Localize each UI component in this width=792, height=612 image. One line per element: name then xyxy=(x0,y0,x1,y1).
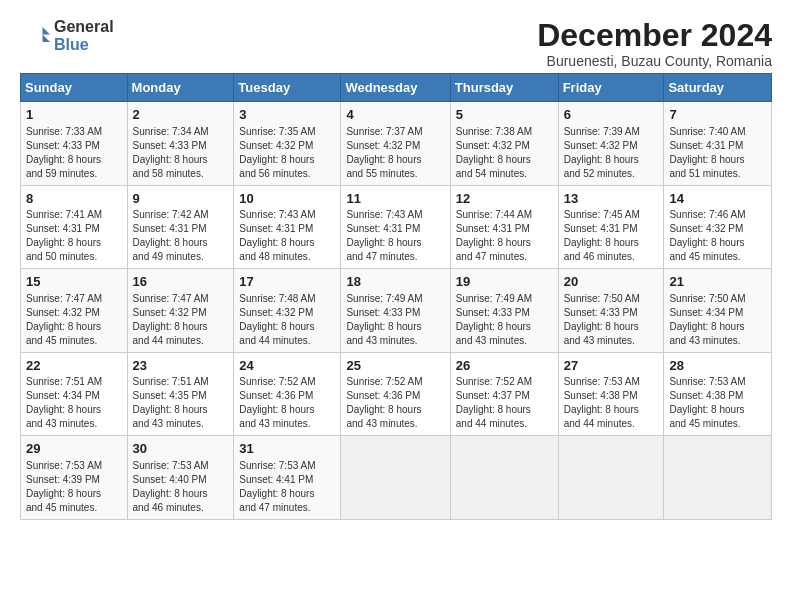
day-info: Sunrise: 7:38 AM Sunset: 4:32 PM Dayligh… xyxy=(456,125,554,181)
svg-marker-1 xyxy=(43,34,51,42)
calendar-cell: 28Sunrise: 7:53 AM Sunset: 4:38 PM Dayli… xyxy=(664,352,772,436)
day-number: 31 xyxy=(239,440,336,458)
calendar-cell: 12Sunrise: 7:44 AM Sunset: 4:31 PM Dayli… xyxy=(450,185,558,269)
day-info: Sunrise: 7:34 AM Sunset: 4:33 PM Dayligh… xyxy=(133,125,230,181)
calendar-cell: 1Sunrise: 7:33 AM Sunset: 4:33 PM Daylig… xyxy=(21,102,128,186)
day-info: Sunrise: 7:53 AM Sunset: 4:41 PM Dayligh… xyxy=(239,459,336,515)
calendar-week-4: 22Sunrise: 7:51 AM Sunset: 4:34 PM Dayli… xyxy=(21,352,772,436)
day-info: Sunrise: 7:47 AM Sunset: 4:32 PM Dayligh… xyxy=(133,292,230,348)
day-number: 24 xyxy=(239,357,336,375)
day-info: Sunrise: 7:47 AM Sunset: 4:32 PM Dayligh… xyxy=(26,292,123,348)
day-number: 26 xyxy=(456,357,554,375)
day-number: 30 xyxy=(133,440,230,458)
calendar-cell: 3Sunrise: 7:35 AM Sunset: 4:32 PM Daylig… xyxy=(234,102,341,186)
day-info: Sunrise: 7:39 AM Sunset: 4:32 PM Dayligh… xyxy=(564,125,660,181)
day-number: 7 xyxy=(669,106,767,124)
calendar-cell: 22Sunrise: 7:51 AM Sunset: 4:34 PM Dayli… xyxy=(21,352,128,436)
day-number: 6 xyxy=(564,106,660,124)
day-number: 10 xyxy=(239,190,336,208)
calendar-cell: 23Sunrise: 7:51 AM Sunset: 4:35 PM Dayli… xyxy=(127,352,234,436)
day-info: Sunrise: 7:52 AM Sunset: 4:37 PM Dayligh… xyxy=(456,375,554,431)
calendar-cell: 21Sunrise: 7:50 AM Sunset: 4:34 PM Dayli… xyxy=(664,269,772,353)
day-info: Sunrise: 7:48 AM Sunset: 4:32 PM Dayligh… xyxy=(239,292,336,348)
calendar-cell: 5Sunrise: 7:38 AM Sunset: 4:32 PM Daylig… xyxy=(450,102,558,186)
calendar-cell: 25Sunrise: 7:52 AM Sunset: 4:36 PM Dayli… xyxy=(341,352,450,436)
col-friday: Friday xyxy=(558,74,664,102)
day-number: 28 xyxy=(669,357,767,375)
calendar-table: Sunday Monday Tuesday Wednesday Thursday… xyxy=(20,73,772,520)
calendar-cell xyxy=(664,436,772,520)
day-info: Sunrise: 7:51 AM Sunset: 4:35 PM Dayligh… xyxy=(133,375,230,431)
svg-marker-0 xyxy=(43,27,51,35)
title-block: December 2024 Buruenesti, Buzau County, … xyxy=(537,18,772,69)
calendar-week-3: 15Sunrise: 7:47 AM Sunset: 4:32 PM Dayli… xyxy=(21,269,772,353)
calendar-cell: 10Sunrise: 7:43 AM Sunset: 4:31 PM Dayli… xyxy=(234,185,341,269)
day-number: 4 xyxy=(346,106,445,124)
day-info: Sunrise: 7:42 AM Sunset: 4:31 PM Dayligh… xyxy=(133,208,230,264)
calendar-cell xyxy=(450,436,558,520)
day-number: 29 xyxy=(26,440,123,458)
calendar-cell: 30Sunrise: 7:53 AM Sunset: 4:40 PM Dayli… xyxy=(127,436,234,520)
day-info: Sunrise: 7:35 AM Sunset: 4:32 PM Dayligh… xyxy=(239,125,336,181)
day-number: 21 xyxy=(669,273,767,291)
day-info: Sunrise: 7:51 AM Sunset: 4:34 PM Dayligh… xyxy=(26,375,123,431)
calendar-cell: 16Sunrise: 7:47 AM Sunset: 4:32 PM Dayli… xyxy=(127,269,234,353)
logo-text: General Blue xyxy=(54,18,114,53)
day-info: Sunrise: 7:53 AM Sunset: 4:39 PM Dayligh… xyxy=(26,459,123,515)
calendar-cell: 31Sunrise: 7:53 AM Sunset: 4:41 PM Dayli… xyxy=(234,436,341,520)
day-number: 9 xyxy=(133,190,230,208)
header: General Blue December 2024 Buruenesti, B… xyxy=(20,18,772,69)
day-info: Sunrise: 7:50 AM Sunset: 4:33 PM Dayligh… xyxy=(564,292,660,348)
day-number: 19 xyxy=(456,273,554,291)
logo-blue: Blue xyxy=(54,36,114,54)
col-thursday: Thursday xyxy=(450,74,558,102)
day-number: 3 xyxy=(239,106,336,124)
col-sunday: Sunday xyxy=(21,74,128,102)
day-info: Sunrise: 7:50 AM Sunset: 4:34 PM Dayligh… xyxy=(669,292,767,348)
logo: General Blue xyxy=(20,18,114,53)
day-info: Sunrise: 7:49 AM Sunset: 4:33 PM Dayligh… xyxy=(456,292,554,348)
page: General Blue December 2024 Buruenesti, B… xyxy=(0,0,792,530)
day-info: Sunrise: 7:41 AM Sunset: 4:31 PM Dayligh… xyxy=(26,208,123,264)
calendar-cell: 15Sunrise: 7:47 AM Sunset: 4:32 PM Dayli… xyxy=(21,269,128,353)
calendar-week-1: 1Sunrise: 7:33 AM Sunset: 4:33 PM Daylig… xyxy=(21,102,772,186)
day-info: Sunrise: 7:53 AM Sunset: 4:38 PM Dayligh… xyxy=(564,375,660,431)
calendar-cell xyxy=(558,436,664,520)
day-info: Sunrise: 7:53 AM Sunset: 4:40 PM Dayligh… xyxy=(133,459,230,515)
calendar-cell xyxy=(341,436,450,520)
header-row: Sunday Monday Tuesday Wednesday Thursday… xyxy=(21,74,772,102)
calendar-cell: 19Sunrise: 7:49 AM Sunset: 4:33 PM Dayli… xyxy=(450,269,558,353)
day-info: Sunrise: 7:33 AM Sunset: 4:33 PM Dayligh… xyxy=(26,125,123,181)
day-info: Sunrise: 7:44 AM Sunset: 4:31 PM Dayligh… xyxy=(456,208,554,264)
col-wednesday: Wednesday xyxy=(341,74,450,102)
day-info: Sunrise: 7:37 AM Sunset: 4:32 PM Dayligh… xyxy=(346,125,445,181)
day-number: 12 xyxy=(456,190,554,208)
day-number: 17 xyxy=(239,273,336,291)
day-number: 11 xyxy=(346,190,445,208)
calendar-cell: 24Sunrise: 7:52 AM Sunset: 4:36 PM Dayli… xyxy=(234,352,341,436)
calendar-cell: 26Sunrise: 7:52 AM Sunset: 4:37 PM Dayli… xyxy=(450,352,558,436)
day-number: 20 xyxy=(564,273,660,291)
day-number: 14 xyxy=(669,190,767,208)
calendar-cell: 20Sunrise: 7:50 AM Sunset: 4:33 PM Dayli… xyxy=(558,269,664,353)
day-number: 1 xyxy=(26,106,123,124)
col-tuesday: Tuesday xyxy=(234,74,341,102)
day-number: 8 xyxy=(26,190,123,208)
day-info: Sunrise: 7:52 AM Sunset: 4:36 PM Dayligh… xyxy=(346,375,445,431)
day-number: 22 xyxy=(26,357,123,375)
day-number: 2 xyxy=(133,106,230,124)
day-info: Sunrise: 7:49 AM Sunset: 4:33 PM Dayligh… xyxy=(346,292,445,348)
calendar-cell: 4Sunrise: 7:37 AM Sunset: 4:32 PM Daylig… xyxy=(341,102,450,186)
calendar-cell: 7Sunrise: 7:40 AM Sunset: 4:31 PM Daylig… xyxy=(664,102,772,186)
calendar-cell: 6Sunrise: 7:39 AM Sunset: 4:32 PM Daylig… xyxy=(558,102,664,186)
day-info: Sunrise: 7:43 AM Sunset: 4:31 PM Dayligh… xyxy=(239,208,336,264)
day-number: 5 xyxy=(456,106,554,124)
calendar-cell: 29Sunrise: 7:53 AM Sunset: 4:39 PM Dayli… xyxy=(21,436,128,520)
calendar-cell: 13Sunrise: 7:45 AM Sunset: 4:31 PM Dayli… xyxy=(558,185,664,269)
day-info: Sunrise: 7:52 AM Sunset: 4:36 PM Dayligh… xyxy=(239,375,336,431)
calendar-cell: 27Sunrise: 7:53 AM Sunset: 4:38 PM Dayli… xyxy=(558,352,664,436)
calendar-cell: 14Sunrise: 7:46 AM Sunset: 4:32 PM Dayli… xyxy=(664,185,772,269)
logo-general: General xyxy=(54,18,114,36)
calendar-cell: 2Sunrise: 7:34 AM Sunset: 4:33 PM Daylig… xyxy=(127,102,234,186)
calendar-cell: 8Sunrise: 7:41 AM Sunset: 4:31 PM Daylig… xyxy=(21,185,128,269)
